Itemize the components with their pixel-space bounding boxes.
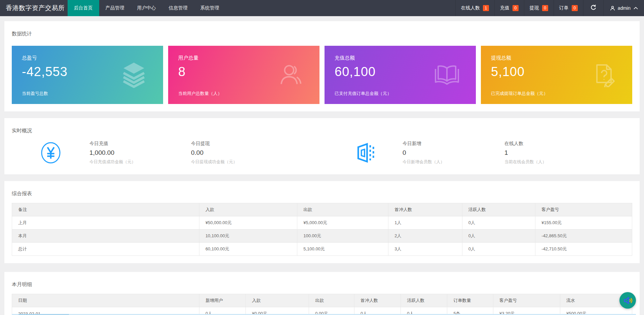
- refresh-icon: [590, 4, 597, 12]
- navbar-counter-3[interactable]: 订单0: [554, 0, 583, 16]
- sound-toggle-button[interactable]: [619, 292, 636, 309]
- users-icon: [278, 63, 303, 88]
- stat-cards: 总盈亏-42,553当前盈亏总数用户总量8当前用户总数量（人）充值总额60,10…: [12, 46, 632, 104]
- report-panel: 综合报表 备注入款出款首冲人数活跃人数客户盈亏上月¥50,000.00元¥5,0…: [4, 181, 640, 263]
- table-cell: 1人: [388, 216, 462, 230]
- column-header: 备注: [12, 203, 199, 216]
- realtime-item-2: 今日新增0今日新增会员数（人）: [403, 141, 504, 165]
- column-header: 活跃人数: [401, 294, 447, 307]
- realtime-section-title: 实时概况: [12, 125, 632, 134]
- brand-title: 香港数字资产交易所: [0, 0, 68, 16]
- realtime-value: 1,000.00: [89, 149, 191, 156]
- stats-panel: 数据统计 总盈亏-42,553当前盈亏总数用户总量8当前用户总数量（人）充值总额…: [4, 21, 640, 111]
- counter-badge: 1: [483, 5, 489, 11]
- refresh-button[interactable]: [583, 0, 603, 16]
- stat-card-1: 用户总量8当前用户总数量（人）: [168, 46, 319, 104]
- realtime-caption: 今日充值成功金额（元）: [89, 159, 191, 165]
- column-header: 出款: [309, 294, 354, 307]
- column-header: 客户盈亏: [493, 294, 560, 307]
- table-row: 本月10,100.00元100.00元2人0人-42,865.50元: [12, 230, 632, 243]
- stat-card-0: 总盈亏-42,553当前盈亏总数: [12, 46, 163, 104]
- counter-label: 提现: [530, 5, 539, 11]
- stat-card-2: 充值总额60,100已支付充值订单总金额（元）: [325, 46, 476, 104]
- realtime-panel: 实时概况 今日充值1,000.00今日充值成功金额（元）今日提现0.00今日提现…: [4, 118, 640, 174]
- table-cell: -42,865.50元: [535, 230, 632, 243]
- table-cell: 3人: [388, 243, 462, 256]
- table-row: 总计60,100.00元5,100.00元3人0人-42,710.50元: [12, 243, 632, 256]
- counter-label: 在线人数: [461, 5, 480, 11]
- person-icon: [610, 5, 615, 11]
- realtime-value: 0: [403, 149, 504, 156]
- nav-item-3[interactable]: 信息管理: [162, 0, 194, 16]
- column-header: 入款: [246, 294, 309, 307]
- realtime-label: 在线人数: [504, 141, 632, 147]
- navbar-right: 在线人数1充值0提现0订单0 admin: [455, 0, 644, 16]
- stat-card-3: 提现总额5,100已完成提现订单总金额（元）: [481, 46, 632, 104]
- table-cell: 本月: [12, 230, 199, 243]
- detail-panel: 本月明细 日期新增用户入款出款首冲人数活跃人数订单数量客户盈亏流水2023-02…: [4, 272, 640, 315]
- column-header: 客户盈亏: [535, 203, 632, 216]
- column-header: 日期: [12, 294, 199, 307]
- navbar-counter-0[interactable]: 在线人数1: [455, 0, 494, 16]
- counter-label: 充值: [500, 5, 509, 11]
- user-menu[interactable]: admin: [603, 0, 644, 16]
- realtime-caption: 当前在线会员数（人）: [504, 159, 632, 165]
- realtime-label: 今日提现: [191, 141, 354, 147]
- card-title: 用户总量: [178, 55, 309, 61]
- navbar-counters: 在线人数1充值0提现0订单0: [455, 0, 583, 16]
- table-cell: 0人: [462, 216, 535, 230]
- book-icon: [434, 64, 460, 86]
- realtime-caption: 今日新增会员数（人）: [403, 159, 504, 165]
- table-cell: 0人: [462, 230, 535, 243]
- table-header-row: 日期新增用户入款出款首冲人数活跃人数订单数量客户盈亏流水: [12, 294, 632, 307]
- table-cell: 5,100.00元: [297, 243, 388, 256]
- card-title: 充值总额: [335, 55, 466, 61]
- card-subtitle: 当前盈亏总数: [22, 91, 48, 97]
- table-cell: 总计: [12, 243, 199, 256]
- counter-badge: 0: [542, 5, 548, 11]
- door-icon: [354, 142, 375, 164]
- nav-item-2[interactable]: 用户中心: [131, 0, 162, 16]
- nav-item-1[interactable]: 产品管理: [99, 0, 131, 16]
- realtime-caption: 今日提现成功金额（元）: [191, 159, 354, 165]
- realtime-item-1: 今日提现0.00今日提现成功金额（元）: [191, 141, 354, 165]
- column-header: 订单数量: [447, 294, 493, 307]
- top-navbar: 香港数字资产交易所 后台首页产品管理用户中心信息管理系统管理 在线人数1充值0提…: [0, 0, 644, 16]
- table-cell: -42,710.50元: [535, 243, 632, 256]
- column-header: 首冲人数: [388, 203, 462, 216]
- table-cell: ¥50,000.00元: [199, 216, 297, 230]
- navbar-counter-1[interactable]: 充值0: [494, 0, 524, 16]
- report-table: 备注入款出款首冲人数活跃人数客户盈亏上月¥50,000.00元¥5,000.00…: [12, 203, 632, 256]
- table-cell: 2人: [388, 230, 462, 243]
- nav-item-4[interactable]: 系统管理: [194, 0, 226, 16]
- nav-item-0[interactable]: 后台首页: [68, 0, 99, 16]
- realtime-item-3: 在线人数1当前在线会员数（人）: [504, 141, 632, 165]
- table-cell: 上月: [12, 216, 199, 230]
- realtime-label: 今日新增: [403, 141, 504, 147]
- document-question-icon: [592, 63, 616, 87]
- dashboard-content: 数据统计 总盈亏-42,553当前盈亏总数用户总量8当前用户总数量（人）充值总额…: [0, 16, 644, 315]
- card-title: 提现总额: [491, 55, 622, 61]
- card-subtitle: 当前用户总数量（人）: [178, 91, 222, 97]
- realtime-value: 0.00: [191, 149, 354, 156]
- counter-badge: 0: [513, 5, 519, 11]
- table-cell: 10,100.00元: [199, 230, 297, 243]
- card-subtitle: 已完成提现订单总金额（元）: [491, 91, 548, 97]
- table-row: 上月¥50,000.00元¥5,000.00元1人0人¥155.00元: [12, 216, 632, 230]
- table-cell: 60,100.00元: [199, 243, 297, 256]
- realtime-label: 今日充值: [89, 141, 191, 147]
- layers-icon: [121, 61, 147, 89]
- speaker-icon: [623, 295, 633, 306]
- chevron-up-icon: [634, 7, 638, 9]
- counter-badge: 0: [572, 5, 578, 11]
- table-cell: 0人: [462, 243, 535, 256]
- navbar-counter-2[interactable]: 提现0: [524, 0, 554, 16]
- column-header: 新增用户: [199, 294, 245, 307]
- table-header-row: 备注入款出款首冲人数活跃人数客户盈亏: [12, 203, 632, 216]
- counter-label: 订单: [559, 5, 569, 11]
- detail-section-title: 本月明细: [12, 279, 632, 288]
- yen-circle-icon: [40, 142, 61, 164]
- table-cell: 100.00元: [297, 230, 388, 243]
- table-cell: ¥5,000.00元: [297, 216, 388, 230]
- column-header: 活跃人数: [462, 203, 535, 216]
